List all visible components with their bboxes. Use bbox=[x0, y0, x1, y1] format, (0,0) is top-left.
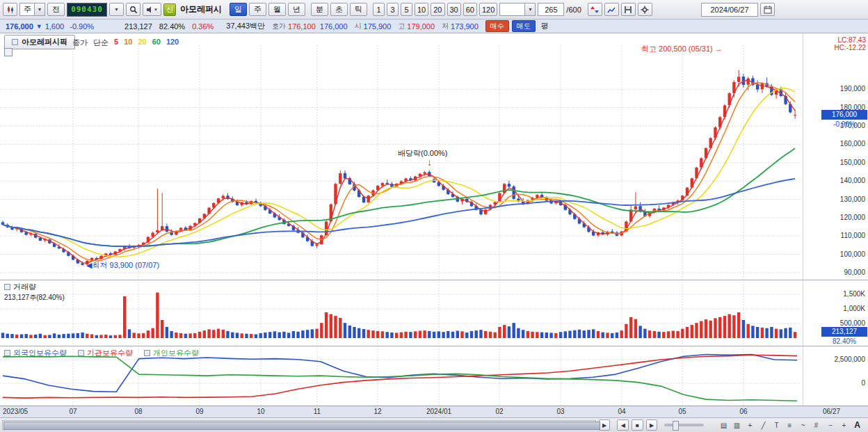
trade-value: 37,443백만 bbox=[226, 21, 265, 31]
minute-30-button[interactable]: 30 bbox=[447, 3, 461, 16]
code-dropdown-button[interactable]: ▼ bbox=[109, 3, 124, 16]
period-combo[interactable]: 주 ▼ bbox=[19, 3, 45, 16]
period-tick-button[interactable]: 틱 bbox=[350, 3, 367, 16]
volume-subtitle: 213,127주(82.40%) bbox=[4, 293, 65, 303]
volume-value: 213,127 bbox=[124, 22, 152, 31]
auto-scale-button[interactable]: A bbox=[851, 419, 863, 431]
bar-count-input[interactable]: 265 bbox=[538, 3, 564, 16]
chart-scrollbar[interactable] bbox=[2, 420, 596, 430]
window-icon bbox=[12, 39, 18, 45]
compare-button[interactable] bbox=[588, 3, 602, 16]
indicator-tool-icon[interactable]: ≡ bbox=[784, 419, 796, 431]
period-week-button[interactable]: 주 bbox=[249, 3, 266, 16]
wave-tool-icon[interactable]: ~ bbox=[797, 419, 809, 431]
volume-title: 거래량 bbox=[13, 282, 36, 292]
x-axis-strip bbox=[0, 406, 868, 417]
minute-1-button[interactable]: 1 bbox=[373, 3, 385, 16]
ma10-legend: 10 bbox=[124, 38, 132, 48]
save-button[interactable] bbox=[621, 3, 636, 16]
period-day-button[interactable]: 일 bbox=[230, 3, 247, 16]
chevron-down-icon: ▼ bbox=[154, 8, 158, 12]
chevron-down-icon: ▼ bbox=[34, 3, 45, 15]
chevron-down-icon: ▼ bbox=[524, 3, 535, 15]
window-icon bbox=[4, 350, 10, 356]
search-button[interactable] bbox=[126, 3, 140, 16]
scroll-right-button[interactable]: ▶ bbox=[599, 419, 611, 431]
split-view-tool-icon[interactable]: ▥ bbox=[731, 419, 743, 431]
low-label: 저 bbox=[442, 22, 449, 31]
foreign-holdings-legend: 외국인보유수량 bbox=[13, 348, 67, 358]
stock-name: 아모레퍼시 bbox=[180, 3, 222, 15]
open-price: 175,900 bbox=[364, 22, 392, 31]
chart-tab-title: 아모레퍼시픽 bbox=[22, 37, 67, 47]
period-month-button[interactable]: 월 bbox=[268, 3, 286, 16]
bottom-control-bar: ▶ ◀ ■ ▶ ▤ ▥ + ╱ T ≡ ~ # − + A bbox=[0, 417, 868, 432]
replay-play-button[interactable]: ▶ bbox=[646, 419, 658, 431]
replay-stop-button[interactable]: ■ bbox=[632, 419, 643, 431]
crosshair-tool-icon[interactable]: + bbox=[744, 419, 756, 431]
ma120-legend: 120 bbox=[166, 38, 179, 48]
replay-back-button[interactable]: ◀ bbox=[617, 419, 629, 431]
text-tool-icon[interactable]: T bbox=[771, 419, 782, 431]
minute-120-button[interactable]: 120 bbox=[479, 3, 497, 16]
chart-region bbox=[0, 33, 868, 417]
chart-type-button[interactable] bbox=[3, 3, 17, 16]
period-second-button[interactable]: 초 bbox=[330, 3, 348, 16]
hoga-label: 호가 bbox=[272, 22, 286, 31]
date-input[interactable]: 2024/06/27 bbox=[701, 3, 758, 17]
style-combo[interactable]: ▼ bbox=[499, 3, 536, 16]
save-disk-icon bbox=[624, 6, 632, 14]
ask-price: 176,100 bbox=[288, 22, 316, 31]
institution-holdings-legend: 기관보유수량 bbox=[87, 348, 133, 358]
prev-stock-button[interactable]: 전 bbox=[47, 3, 65, 16]
pane-divider[interactable] bbox=[0, 346, 868, 346]
speaker-icon bbox=[146, 6, 154, 14]
minute-20-button[interactable]: 20 bbox=[431, 3, 444, 16]
bid-price: 176,000 bbox=[320, 22, 348, 31]
individual-holdings-legend: 개인보유수량 bbox=[153, 348, 199, 358]
scrollbar-thumb[interactable] bbox=[3, 422, 600, 430]
stock-code-input[interactable]: 090430 bbox=[67, 3, 107, 17]
turnover-pct: 0.36% bbox=[192, 22, 214, 31]
trendline-tool-icon[interactable]: ╱ bbox=[757, 419, 769, 431]
minute-60-button[interactable]: 60 bbox=[463, 3, 477, 16]
slider-thumb[interactable] bbox=[673, 421, 679, 431]
range-stats-tool-icon[interactable]: ▤ bbox=[718, 419, 730, 431]
window-icon bbox=[4, 284, 10, 290]
pattern-tool-icon[interactable]: # bbox=[810, 419, 822, 431]
price-change: 1,600 bbox=[45, 22, 65, 31]
calendar-icon bbox=[764, 6, 772, 14]
settings-button[interactable] bbox=[638, 3, 652, 16]
pane-divider[interactable] bbox=[0, 280, 868, 280]
ma-legend: 종가 단순 5 10 20 60 120 bbox=[72, 38, 179, 48]
minute-3-button[interactable]: 3 bbox=[387, 3, 399, 16]
calendar-button[interactable] bbox=[760, 3, 775, 16]
chart-title-tab[interactable]: 아모레퍼시픽 bbox=[4, 35, 75, 49]
line-chart-button[interactable] bbox=[604, 3, 619, 16]
legend-toggle-icon[interactable] bbox=[4, 48, 13, 56]
price-change-pct: -0.90% bbox=[70, 22, 94, 31]
sell-button[interactable]: 매도 bbox=[512, 20, 536, 32]
period-minute-button[interactable]: 분 bbox=[311, 3, 328, 16]
high-price: 179,000 bbox=[407, 22, 435, 31]
search-icon bbox=[129, 6, 138, 14]
minute-10-button[interactable]: 10 bbox=[415, 3, 428, 16]
avg-button[interactable]: 평 bbox=[541, 21, 549, 31]
axis-divider bbox=[803, 33, 803, 406]
announce-button[interactable]: ▼ bbox=[143, 3, 161, 16]
replay-speed-slider[interactable] bbox=[664, 424, 704, 426]
buy-button[interactable]: 매수 bbox=[485, 20, 509, 32]
volume-pane-title: 거래량 213,127주(82.40%) bbox=[4, 282, 65, 303]
zoom-out-button[interactable]: − bbox=[825, 419, 837, 431]
line-chart-icon bbox=[607, 6, 616, 14]
ma5-legend: 5 bbox=[114, 38, 118, 48]
legend-type-label: 단순 bbox=[93, 38, 108, 48]
minute-5-button[interactable]: 5 bbox=[401, 3, 412, 16]
chart-plot-area[interactable] bbox=[0, 33, 868, 417]
main-toolbar: 주 ▼ 전 090430 ▼ ▼ 신 아모레퍼시 일 주 월 년 분 초 틱 1… bbox=[0, 0, 868, 19]
period-combo-value: 주 bbox=[24, 4, 31, 15]
zoom-in-button[interactable]: + bbox=[838, 419, 850, 431]
high-label: 고 bbox=[398, 22, 405, 31]
candle-chart-icon bbox=[6, 6, 15, 14]
period-year-button[interactable]: 년 bbox=[288, 3, 305, 16]
